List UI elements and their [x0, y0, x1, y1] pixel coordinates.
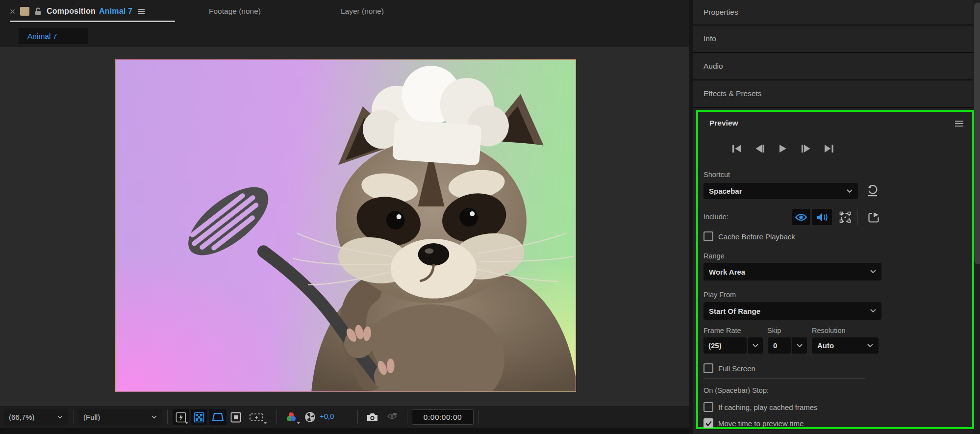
- eye-icon: [795, 213, 807, 222]
- square-in-square-icon: [230, 412, 241, 423]
- preview-panel-menu-icon[interactable]: [955, 121, 963, 127]
- skip-value[interactable]: 0: [768, 337, 791, 354]
- region-of-interest-button[interactable]: [209, 409, 226, 425]
- divider: [704, 163, 865, 163]
- include-overlays-button[interactable]: [837, 209, 854, 225]
- move-time-checkbox[interactable]: [704, 418, 713, 428]
- scrollbar-thumb[interactable]: [974, 2, 980, 264]
- composition-name: Animal 7: [99, 7, 132, 15]
- resolution-ratio-dropdown[interactable]: (Full): [78, 409, 162, 425]
- play-from-label: Play From: [704, 291, 736, 299]
- panel-header-properties[interactable]: Properties: [693, 0, 980, 26]
- frame-rate-chevron-button[interactable]: [748, 337, 763, 354]
- panel-header-audio[interactable]: Audio: [693, 53, 980, 80]
- guides-icon: [249, 412, 264, 423]
- fast-previews-button[interactable]: [173, 409, 189, 425]
- close-icon[interactable]: [10, 9, 15, 14]
- chevron-down-icon: [753, 344, 758, 348]
- adjust-exposure-button[interactable]: [302, 409, 318, 425]
- viewer-tab-animal7[interactable]: Animal 7: [19, 28, 88, 44]
- include-label: Include:: [704, 213, 729, 221]
- full-screen-checkbox[interactable]: [704, 363, 713, 373]
- composition-viewer[interactable]: [0, 47, 689, 406]
- chevron-down-icon: [847, 189, 853, 193]
- region-of-interest-icon: [211, 412, 224, 423]
- right-panel-stack: Properties Info Audio Effects & Presets …: [689, 0, 980, 434]
- caret-icon: [297, 422, 301, 424]
- shutter-icon: [304, 411, 316, 423]
- toolbar-separator: [74, 410, 74, 424]
- preview-panel: Preview Shortcut Spacebar Include:: [696, 110, 974, 429]
- mask-visibility-button[interactable]: [227, 409, 244, 425]
- frame-rate-value[interactable]: (25): [704, 337, 747, 354]
- play-button[interactable]: [777, 142, 789, 155]
- viewer-toolbar: (66,7%) (Full): [0, 406, 689, 428]
- cache-before-playback-label: Cache Before Playback: [718, 232, 795, 241]
- toolbar-separator: [357, 410, 358, 424]
- tab-layer[interactable]: Layer (none): [341, 2, 384, 20]
- previous-frame-button[interactable]: [754, 142, 766, 155]
- unlock-icon[interactable]: [34, 7, 42, 16]
- toolbar-separator: [478, 410, 478, 424]
- panel-header-effects-presets[interactable]: Effects & Presets: [693, 80, 980, 108]
- chevron-down-icon: [57, 415, 63, 419]
- grid-guides-button[interactable]: [245, 409, 268, 425]
- magnification-ratio-dropdown[interactable]: (66,7%): [4, 409, 68, 425]
- resolution-label: Resolution: [812, 327, 846, 334]
- reset-shortcut-button[interactable]: [865, 183, 880, 198]
- skip-chevron-button[interactable]: [792, 337, 807, 354]
- full-screen-label: Full Screen: [718, 364, 755, 373]
- transparency-grid-button[interactable]: [191, 409, 207, 425]
- skip-label: Skip: [767, 327, 781, 334]
- on-stop-label: On (Spacebar) Stop:: [704, 386, 769, 394]
- play-preview-queue-button[interactable]: [865, 209, 882, 225]
- include-video-button[interactable]: [792, 209, 810, 225]
- last-frame-button[interactable]: [823, 142, 835, 155]
- show-channel-button[interactable]: [281, 409, 301, 425]
- caret-icon: [263, 422, 267, 424]
- include-audio-button[interactable]: [812, 209, 832, 225]
- resolution-dropdown[interactable]: Auto: [812, 337, 879, 354]
- if-caching-label: If caching, play cached frames: [718, 403, 818, 411]
- preview-panel-title: Preview: [709, 119, 738, 128]
- checkerboard-icon: [194, 412, 204, 423]
- caret-icon: [185, 422, 189, 424]
- tab-footage[interactable]: Footage (none): [209, 2, 261, 20]
- play-from-dropdown[interactable]: Start Of Range: [704, 302, 881, 320]
- next-frame-button[interactable]: [800, 142, 812, 155]
- range-dropdown[interactable]: Work Area: [704, 263, 881, 281]
- preview-time-indicator[interactable]: 0:00:00:00: [412, 409, 474, 425]
- frame-rate-label: Frame Rate: [704, 327, 741, 334]
- after-effects-window: CompositionAnimal 7 Footage (none) Layer…: [0, 0, 980, 434]
- transport-controls: [705, 141, 860, 156]
- chevron-down-icon: [797, 344, 803, 348]
- exposure-value[interactable]: +0,0: [320, 412, 334, 420]
- take-snapshot-button[interactable]: [364, 409, 380, 425]
- panel-header-info[interactable]: Info: [693, 26, 980, 53]
- camera-icon: [366, 412, 378, 422]
- chevron-down-icon: [867, 344, 873, 348]
- toolbar-separator: [276, 410, 277, 424]
- show-snapshot-button[interactable]: [383, 409, 400, 425]
- overlays-icon: [839, 211, 851, 223]
- shortcut-dropdown[interactable]: Spacebar: [704, 183, 858, 199]
- raccoon-chef-illustration: [116, 60, 576, 391]
- shortcut-label: Shortcut: [704, 171, 730, 179]
- share-play-icon: [868, 211, 879, 223]
- reset-icon: [867, 184, 879, 197]
- camera-eye-icon: [386, 412, 398, 422]
- panel-menu-icon[interactable]: [137, 8, 145, 15]
- toolbar-separator: [167, 410, 168, 424]
- move-time-label: Move time to preview time: [718, 419, 804, 428]
- toolbar-separator: [407, 410, 407, 424]
- cache-before-playback-checkbox[interactable]: [704, 231, 713, 241]
- divider: [704, 378, 865, 379]
- range-label: Range: [704, 252, 725, 260]
- chevron-down-icon: [151, 415, 157, 419]
- if-caching-checkbox[interactable]: [704, 402, 713, 412]
- chevron-down-icon: [870, 309, 876, 313]
- tab-composition[interactable]: CompositionAnimal 7: [8, 2, 147, 20]
- tab-title: CompositionAnimal 7: [47, 7, 132, 16]
- active-tab-underline: [10, 21, 175, 22]
- first-frame-button[interactable]: [730, 142, 743, 155]
